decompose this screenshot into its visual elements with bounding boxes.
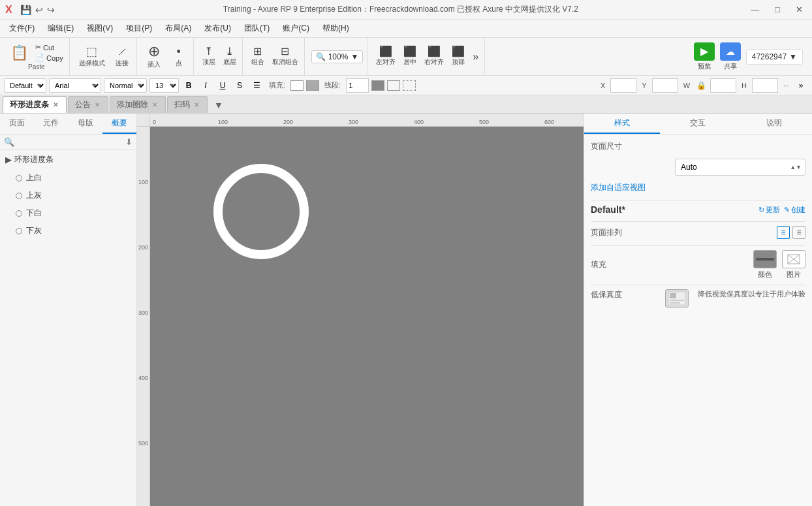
preview-button[interactable]: ▶ 预览 bbox=[694, 42, 715, 71]
underline-button[interactable]: U bbox=[215, 78, 230, 93]
update-button[interactable]: ↻ 更新 bbox=[758, 205, 780, 215]
filter-icon[interactable]: ⬇ bbox=[125, 137, 133, 147]
fill-image-button[interactable] bbox=[782, 250, 805, 268]
menu-item-团队(T)[interactable]: 团队(T) bbox=[238, 20, 276, 37]
close-button[interactable]: ✕ bbox=[792, 3, 807, 16]
connect-button[interactable]: ⟋ 连接 bbox=[110, 43, 134, 71]
redo-icon[interactable]: ↪ bbox=[47, 5, 55, 15]
add-adaptive-view-link[interactable]: 添加自适应视图 bbox=[591, 182, 646, 193]
divider-3 bbox=[591, 245, 805, 246]
more-format-button[interactable]: » bbox=[794, 78, 808, 93]
x-input[interactable] bbox=[610, 78, 636, 93]
sidebar-tab-pages[interactable]: 页面 bbox=[0, 114, 34, 134]
align-left-button[interactable]: ⬛ 左对齐 bbox=[373, 44, 399, 69]
stroke-style2[interactable] bbox=[403, 80, 416, 91]
insert-section: ⊕ 插入 • 点 bbox=[140, 38, 194, 75]
list-button[interactable]: ☰ bbox=[249, 78, 264, 93]
size-select[interactable]: 13 bbox=[149, 78, 179, 93]
stroke-input[interactable] bbox=[346, 78, 369, 93]
stroke-style1[interactable] bbox=[387, 80, 400, 91]
page-label: 下灰 bbox=[26, 225, 42, 236]
align-section: ⬛ 左对齐 ⬛ 居中 ⬛ 右对齐 ⬛ 顶部 » bbox=[370, 38, 485, 75]
page-group-header[interactable]: ▶ 环形进度条 bbox=[0, 150, 136, 169]
top-layer-button[interactable]: ⤒ 顶层 bbox=[199, 44, 219, 69]
menu-item-文件(F)[interactable]: 文件(F) bbox=[3, 20, 41, 37]
zoom-input[interactable]: 🔍 100% ▼ bbox=[311, 50, 364, 63]
page-size-label: 页面尺寸 bbox=[591, 141, 622, 152]
page-item-top-white[interactable]: 上白 bbox=[0, 169, 136, 187]
cut-button[interactable]: ✂ Cut bbox=[33, 42, 65, 52]
title-left: X 💾 ↩ ↪ bbox=[5, 4, 55, 16]
stroke-color[interactable] bbox=[371, 80, 384, 91]
right-tab-notes[interactable]: 说明 bbox=[736, 114, 812, 134]
select-mode-button[interactable]: ⬚ 选择模式 bbox=[75, 43, 109, 71]
point-button[interactable]: • 点 bbox=[167, 43, 191, 71]
layout-icon-left[interactable]: ≡ bbox=[777, 226, 790, 239]
italic-button[interactable]: I bbox=[198, 78, 213, 93]
y-input[interactable] bbox=[652, 78, 678, 93]
tab-more-button[interactable]: ▼ bbox=[211, 97, 226, 113]
tab-add-circle[interactable]: 添加圈除 ✕ bbox=[110, 96, 166, 113]
tab-ring-progress[interactable]: 环形进度条 ✕ bbox=[3, 96, 67, 113]
sidebar-tab-outline[interactable]: 概要 bbox=[102, 114, 136, 134]
save-icon[interactable]: 💾 bbox=[20, 5, 31, 15]
menu-item-视图(V)[interactable]: 视图(V) bbox=[80, 20, 119, 37]
fill-color2[interactable] bbox=[306, 80, 319, 91]
menu-item-帮助(H)[interactable]: 帮助(H) bbox=[316, 20, 356, 37]
tab-close-0[interactable]: ✕ bbox=[52, 101, 59, 108]
right-tab-interact[interactable]: 交互 bbox=[660, 114, 736, 134]
tab-close-2[interactable]: ✕ bbox=[151, 101, 159, 108]
sidebar-tab-components[interactable]: 元件 bbox=[34, 114, 68, 134]
align-center-button[interactable]: ⬛ 居中 bbox=[400, 44, 420, 69]
paste-button[interactable]: 📋 bbox=[8, 43, 31, 63]
fill-color-button[interactable] bbox=[753, 250, 777, 268]
page-item-top-gray[interactable]: 上灰 bbox=[0, 187, 136, 204]
tab-close-1[interactable]: ✕ bbox=[93, 101, 101, 108]
more-align-button[interactable]: » bbox=[469, 50, 482, 64]
minimize-button[interactable]: — bbox=[747, 3, 763, 16]
page-item-bottom-white[interactable]: 下白 bbox=[0, 204, 136, 222]
tab-announcement[interactable]: 公告 ✕ bbox=[68, 96, 108, 113]
search-input[interactable] bbox=[17, 138, 123, 147]
menu-item-发布(U)[interactable]: 发布(U) bbox=[198, 20, 238, 37]
radio-icon bbox=[16, 193, 22, 199]
title-icons: 💾 ↩ ↪ bbox=[20, 5, 55, 15]
bottom-layer-button[interactable]: ⤓ 底层 bbox=[220, 44, 240, 69]
insert-button[interactable]: ⊕ 插入 bbox=[142, 42, 166, 72]
radio-icon bbox=[16, 210, 22, 217]
h-input[interactable] bbox=[752, 78, 778, 93]
ring-progress-shape[interactable] bbox=[209, 159, 313, 264]
ungroup-button[interactable]: ⊟ 取消组合 bbox=[269, 44, 302, 69]
bold-button[interactable]: B bbox=[181, 78, 196, 93]
group-button[interactable]: ⊞ 组合 bbox=[248, 44, 268, 69]
w-input[interactable] bbox=[710, 78, 736, 93]
font-select[interactable]: Arial bbox=[49, 78, 101, 93]
tab-close-3[interactable]: ✕ bbox=[193, 101, 200, 108]
menu-item-项目(P)[interactable]: 项目(P) bbox=[119, 20, 159, 37]
canvas[interactable] bbox=[150, 127, 584, 506]
menu-item-布局(A)[interactable]: 布局(A) bbox=[159, 20, 198, 37]
fill-color1[interactable] bbox=[290, 80, 304, 91]
page-item-bottom-gray[interactable]: 下灰 bbox=[0, 222, 136, 240]
right-tab-style[interactable]: 样式 bbox=[584, 114, 660, 134]
ruler-top: 0 100 200 300 400 500 600 bbox=[150, 114, 584, 127]
align-top-button[interactable]: ⬛ 顶部 bbox=[448, 44, 468, 69]
canvas-container[interactable]: 0 100 200 300 400 500 600 100 200 300 40… bbox=[137, 114, 584, 506]
menu-item-编辑(E)[interactable]: 编辑(E) bbox=[41, 20, 80, 37]
align-right-button[interactable]: ⬛ 右对齐 bbox=[421, 44, 447, 69]
layout-icon-center[interactable]: ≡ bbox=[792, 226, 805, 239]
strikethrough-button[interactable]: S bbox=[232, 78, 247, 93]
maximize-button[interactable]: □ bbox=[771, 3, 784, 16]
page-size-select[interactable]: Auto bbox=[675, 159, 805, 176]
undo-icon[interactable]: ↩ bbox=[35, 5, 43, 15]
style-select[interactable]: Default bbox=[4, 78, 46, 93]
share-button[interactable]: ☁ 共享 bbox=[720, 42, 741, 71]
create-button[interactable]: ✎ 创建 bbox=[784, 205, 805, 215]
font-select-wrapper: Arial bbox=[49, 78, 101, 93]
sidebar-tab-masters[interactable]: 母版 bbox=[69, 114, 102, 134]
tab-scan[interactable]: 扫码 ✕ bbox=[167, 96, 208, 113]
copy-button[interactable]: 📄 Copy bbox=[33, 53, 65, 63]
weight-select[interactable]: Normal bbox=[104, 78, 147, 93]
menu-item-账户(C)[interactable]: 账户(C) bbox=[276, 20, 316, 37]
account-badge[interactable]: 47262947 ▼ bbox=[746, 49, 803, 65]
